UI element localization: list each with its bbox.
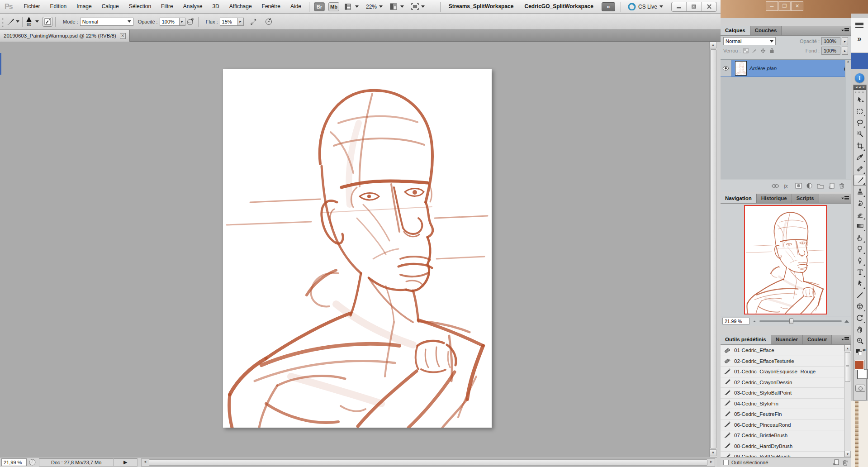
pen-tool[interactable]	[854, 255, 866, 266]
quick-mask-button[interactable]	[855, 385, 865, 392]
close-icon[interactable]: ✕	[862, 85, 865, 90]
scroll-up-icon[interactable]: ▲	[844, 345, 851, 351]
layer-fill-spinner[interactable]: ►	[842, 47, 848, 55]
scroll-down-icon[interactable]: ▼	[710, 449, 716, 456]
clone-stamp-tool[interactable]	[854, 186, 866, 197]
new-preset-icon[interactable]	[833, 459, 840, 465]
opacity-spinner[interactable]: ►	[180, 18, 185, 26]
workspace-overflow-button[interactable]: »	[602, 2, 615, 11]
lock-pixels-icon[interactable]	[751, 48, 758, 54]
current-tool-only-checkbox[interactable]	[723, 460, 729, 465]
marquee-tool[interactable]	[854, 105, 866, 117]
document-tab[interactable]: 20190603_PaintingWarmup.psd @ 22% (RVB/8…	[0, 30, 130, 42]
hand-tool[interactable]	[854, 324, 866, 335]
document-close-icon[interactable]: ✕	[120, 33, 126, 39]
tool-preset-item[interactable]: 03-Cedric_StyloBallPoint	[721, 388, 851, 399]
3d-rotate-tool[interactable]	[854, 301, 866, 312]
slider-thumb[interactable]	[789, 318, 793, 324]
bg-close-button[interactable]: ✕	[791, 1, 803, 11]
lock-all-icon[interactable]	[768, 48, 775, 54]
foreground-color-swatch[interactable]	[854, 360, 864, 370]
menu-filtre[interactable]: Filtre	[156, 3, 178, 10]
cs-live-dropdown[interactable]: CS Live	[624, 3, 668, 10]
default-colors-icon[interactable]: ⇄	[854, 347, 866, 356]
layer-name[interactable]: Arrière-plan	[749, 60, 841, 76]
navigator-zoom-field[interactable]: 21.99 %	[722, 318, 749, 324]
tool-preset-item[interactable]: 01-Cedric_Efface	[721, 345, 851, 356]
zoom-out-icon[interactable]	[753, 320, 756, 322]
nav-tab-navigation[interactable]: Navigation	[721, 194, 757, 203]
chevron-down-icon[interactable]	[16, 20, 19, 23]
swap-colors-icon[interactable]: ⇄	[863, 348, 866, 352]
tool-preset-item[interactable]: 02-Cedric_CrayonDessin	[721, 377, 851, 388]
layer-opacity-field[interactable]: 100%	[821, 37, 840, 45]
lasso-tool[interactable]	[854, 117, 866, 129]
pressure-opacity-button[interactable]	[185, 17, 195, 27]
toggle-brush-panel-button[interactable]	[43, 17, 52, 27]
menu-fichier[interactable]: Fichier	[19, 3, 45, 10]
canvas-vertical-scrollbar[interactable]: ▲ ▼	[709, 42, 717, 457]
navigator-zoom-slider[interactable]	[759, 320, 842, 322]
document-canvas[interactable]	[223, 69, 492, 428]
collapse-icon[interactable]: ◄◄	[855, 85, 861, 90]
panel-menu-icon[interactable]	[841, 337, 849, 343]
presets-tab-outils-pr-d-finis[interactable]: Outils prédéfinis	[721, 335, 771, 344]
panel-menu-icon[interactable]	[841, 195, 849, 201]
layers-tab-calques[interactable]: Calques	[721, 26, 750, 35]
blend-mode-select[interactable]: Normal	[80, 18, 133, 26]
tool-preset-item[interactable]: 01-Cedric_CrayonEsquisse_Rouge	[721, 367, 851, 377]
scroll-left-icon[interactable]: ◄	[142, 459, 148, 466]
pressure-size-button[interactable]	[264, 17, 274, 27]
canvas-horizontal-scrollbar[interactable]: ◄ ►	[141, 458, 715, 467]
flow-spinner[interactable]: ►	[238, 18, 244, 26]
layer-thumbnail[interactable]	[735, 61, 747, 76]
view-extras-dropdown[interactable]	[341, 3, 362, 10]
bg-minimize-button[interactable]: ─	[766, 1, 778, 11]
zoom-tool[interactable]	[854, 335, 866, 347]
info-notification-icon[interactable]: i	[855, 73, 864, 83]
move-tool[interactable]	[854, 94, 866, 105]
zoom-in-icon[interactable]	[844, 320, 849, 323]
trash-icon[interactable]	[839, 183, 844, 190]
tool-preset-item[interactable]: 05-Cedric_FeutreFin	[721, 409, 851, 420]
layer-fill-field[interactable]: 100%	[821, 47, 840, 55]
minimize-button[interactable]	[672, 2, 687, 11]
healing-brush-tool[interactable]	[854, 163, 866, 174]
panel-menu-icon[interactable]	[841, 28, 849, 33]
3d-orbit-tool[interactable]	[854, 312, 866, 324]
arrange-documents-dropdown[interactable]	[386, 3, 408, 10]
mini-bridge-button[interactable]: Mb	[328, 2, 339, 11]
quick-selection-tool[interactable]	[854, 129, 866, 140]
scroll-down-icon[interactable]: ▼	[844, 451, 851, 457]
workspace-button-streams[interactable]: Streams_SplitWorkspace	[443, 0, 519, 13]
tool-preset-item[interactable]: 04-Cedric_StyloFin	[721, 399, 851, 410]
bridge-button[interactable]: Br	[314, 2, 325, 11]
menu-image[interactable]: Image	[71, 3, 96, 10]
trash-icon[interactable]	[842, 459, 848, 466]
restore-button[interactable]	[687, 2, 702, 11]
canvas-workspace[interactable]	[0, 42, 709, 457]
scroll-up-icon[interactable]: ▲	[710, 42, 716, 48]
toolbox-titlebar[interactable]: ◄◄ ✕	[854, 85, 866, 90]
airbrush-button[interactable]	[248, 17, 258, 27]
lock-position-icon[interactable]	[760, 48, 767, 54]
presets-tab-couleur[interactable]: Couleur	[803, 335, 832, 344]
dock-menu-icon[interactable]	[855, 23, 863, 28]
layer-row-background[interactable]: Arrière-plan	[721, 60, 851, 77]
type-tool[interactable]	[854, 267, 866, 278]
group-folder-icon[interactable]	[817, 183, 824, 190]
presets-tab-nuancier[interactable]: Nuancier	[771, 335, 803, 344]
history-brush-tool[interactable]	[854, 198, 866, 209]
scroll-right-icon[interactable]: ►	[708, 459, 715, 466]
screen-mode-dropdown[interactable]	[408, 3, 428, 10]
tool-preset-item[interactable]: 07-Cedric_BristleBrush	[721, 430, 851, 441]
menu-3d[interactable]: 3D	[207, 3, 224, 10]
nav-tab-historique[interactable]: Historique	[757, 194, 792, 203]
menu-fentre[interactable]: Fenêtre	[257, 3, 285, 10]
layer-blend-mode-select[interactable]: Normal	[723, 37, 776, 45]
layer-visibility-toggle[interactable]	[721, 60, 731, 76]
smudge-tool[interactable]	[854, 232, 866, 243]
menu-slection[interactable]: Sélection	[124, 3, 156, 10]
path-selection-tool[interactable]	[854, 278, 866, 289]
flow-field[interactable]: 15%	[220, 18, 238, 26]
